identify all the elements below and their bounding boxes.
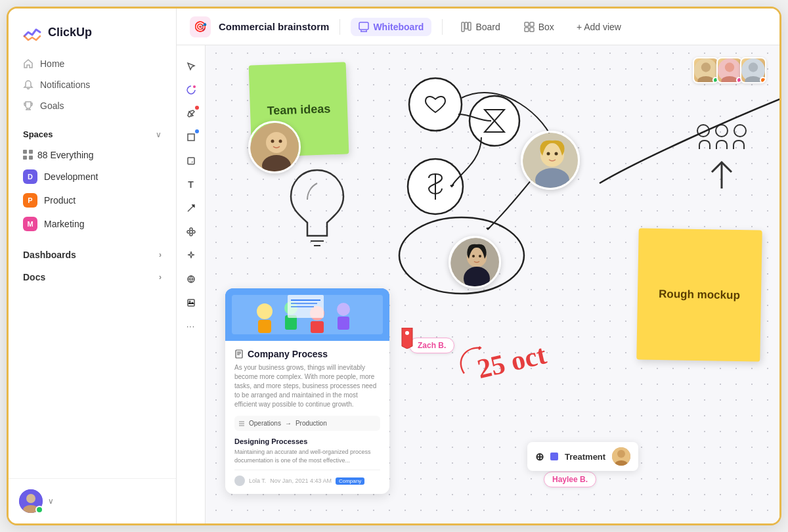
- svg-rect-58: [338, 317, 349, 330]
- app-container: ClickUp Home Notifications: [7, 7, 781, 525]
- svg-rect-56: [311, 321, 324, 333]
- toolbar: T: [177, 45, 206, 523]
- box-tab-icon: [524, 22, 535, 32]
- pencil-icon: [186, 109, 196, 118]
- tab-whiteboard[interactable]: Whiteboard: [351, 18, 431, 36]
- haylee-label[interactable]: Haylee B.: [544, 472, 596, 487]
- chevron-down-icon: ∨: [156, 130, 162, 139]
- svg-point-41: [547, 152, 550, 156]
- top-bar: 🎯 Commercial brainstorm Whiteboard Board: [177, 9, 779, 45]
- nav-notifications[interactable]: Notifications: [16, 74, 168, 95]
- logo-area[interactable]: ClickUp: [9, 9, 176, 53]
- lightbulb-svg: [278, 157, 357, 262]
- nav-dashboards[interactable]: Dashboards ›: [16, 244, 168, 266]
- svg-point-16: [190, 228, 192, 231]
- sidebar-item-everything[interactable]: 88 Everything: [16, 145, 100, 165]
- tool-select[interactable]: [181, 56, 202, 77]
- author-avatar: [234, 476, 245, 486]
- extra-links: Dashboards › Docs ›: [9, 244, 176, 288]
- svg-point-48: [399, 217, 524, 294]
- process-flow: Operations → Production: [234, 416, 380, 431]
- svg-rect-4: [462, 22, 464, 32]
- tool-image[interactable]: [181, 292, 202, 313]
- doc-icon: [234, 349, 244, 359]
- date-annotation: 25 oct: [438, 313, 577, 392]
- tag-icon: [399, 328, 415, 349]
- date-handwritten-svg: 25 oct: [438, 313, 577, 389]
- svg-rect-7: [525, 22, 529, 26]
- svg-point-51: [257, 303, 273, 319]
- svg-rect-60: [236, 350, 242, 358]
- app-name: ClickUp: [48, 26, 92, 39]
- tool-text[interactable]: T: [181, 174, 202, 195]
- spaces-header[interactable]: Spaces ∨: [16, 127, 168, 142]
- board-tab-icon: [461, 22, 471, 32]
- svg-rect-3: [359, 22, 368, 30]
- move-cursor-icon: ⊕: [535, 451, 544, 463]
- grid-icon: [23, 150, 33, 160]
- space-icon-marketing: M: [23, 217, 37, 231]
- image-icon: [186, 298, 196, 307]
- space-icon-dev: D: [23, 169, 37, 184]
- home-icon: [23, 58, 33, 69]
- person-photo-man: [248, 121, 301, 173]
- svg-point-37: [279, 140, 282, 143]
- sidebar-item-development[interactable]: D Development: [16, 165, 168, 188]
- sidebar-item-product[interactable]: P Product: [16, 188, 168, 212]
- nav-home[interactable]: Home: [16, 53, 168, 74]
- svg-rect-10: [530, 28, 534, 32]
- whiteboard-canvas[interactable]: T: [177, 45, 779, 523]
- svg-point-15: [192, 231, 195, 233]
- clickup-logo-icon: [22, 22, 43, 43]
- project-title: Commercial brainstorm: [219, 21, 329, 32]
- sidebar: ClickUp Home Notifications: [9, 9, 177, 523]
- sidebar-item-marketing[interactable]: M Marketing: [16, 212, 168, 236]
- svg-point-17: [190, 233, 192, 236]
- whiteboard-tab-icon: [359, 22, 369, 32]
- process-card[interactable]: Company Process As your business grows, …: [225, 288, 389, 494]
- tool-draw-special[interactable]: [181, 79, 202, 100]
- svg-rect-8: [530, 22, 534, 26]
- tool-rect[interactable]: [181, 127, 202, 148]
- sidebar-footer: ∨: [9, 478, 176, 523]
- nav-docs[interactable]: Docs ›: [16, 266, 168, 288]
- user-chevron[interactable]: ∨: [48, 497, 54, 506]
- tool-connect[interactable]: [181, 221, 202, 242]
- divider-1: [339, 19, 340, 35]
- tool-line[interactable]: [181, 198, 202, 219]
- tool-more[interactable]: ···: [181, 316, 202, 337]
- main-content: 🎯 Commercial brainstorm Whiteboard Board: [177, 9, 779, 523]
- tool-pencil[interactable]: [181, 103, 202, 124]
- treatment-color-block: [550, 453, 558, 460]
- text-tool-icon: T: [188, 179, 194, 190]
- svg-point-1: [26, 494, 35, 503]
- treatment-card[interactable]: ⊕ Treatment: [527, 442, 638, 471]
- treatment-avatar: [612, 447, 630, 466]
- svg-rect-13: [188, 158, 194, 164]
- oval-drawing: [396, 213, 527, 298]
- tool-sparkle[interactable]: [181, 245, 202, 266]
- tool-globe[interactable]: [181, 269, 202, 290]
- tool-note[interactable]: [181, 150, 202, 171]
- user-avatar-container[interactable]: [19, 489, 43, 513]
- select-tool-icon: [186, 62, 196, 71]
- add-view-button[interactable]: + Add view: [570, 18, 628, 36]
- svg-rect-9: [525, 28, 529, 32]
- tab-board[interactable]: Board: [453, 18, 508, 36]
- sticky-note-yellow[interactable]: Rough mockup: [636, 228, 762, 361]
- svg-point-62: [617, 450, 625, 458]
- svg-rect-52: [258, 320, 271, 333]
- trophy-icon: [23, 100, 33, 111]
- big-arrow-svg: [567, 65, 779, 196]
- tab-box[interactable]: Box: [516, 18, 562, 36]
- blue-dot: [195, 129, 199, 133]
- svg-point-36: [271, 140, 274, 143]
- line-icon: [186, 204, 196, 213]
- connect-icon: [186, 227, 196, 236]
- svg-point-30: [409, 78, 462, 131]
- canvas-content: Team ideas Rough mockup: [206, 45, 779, 523]
- globe-icon: [186, 275, 196, 284]
- svg-rect-6: [468, 22, 471, 30]
- project-icon: 🎯: [190, 16, 211, 37]
- nav-goals[interactable]: Goals: [16, 95, 168, 116]
